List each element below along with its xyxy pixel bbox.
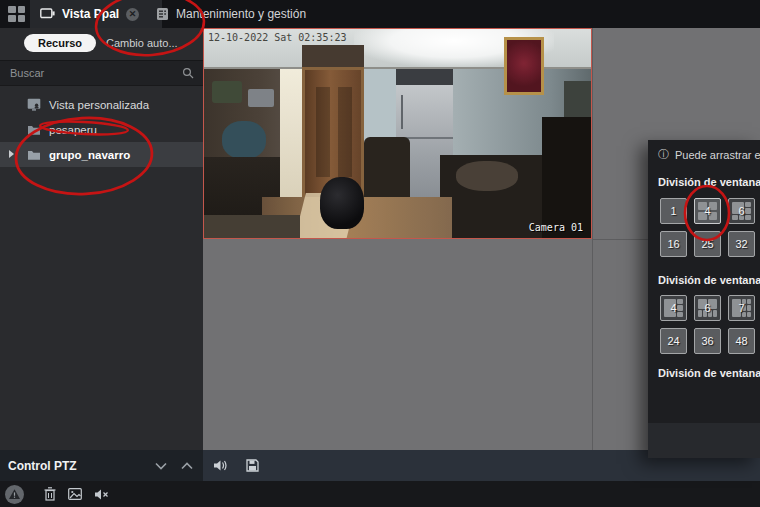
section-standard-title: División de ventana es: [658, 176, 760, 188]
division-button-25[interactable]: 25: [694, 231, 721, 257]
window-division-panel: ⓘ Puede arrastrar el División de ventana…: [648, 140, 760, 458]
chevron-down-icon[interactable]: [155, 462, 167, 470]
main-view-icon: [40, 8, 55, 20]
camera-name-label: Camera 01: [529, 222, 583, 233]
tree-item-vista-personalizada[interactable]: Vista personalizada: [0, 92, 203, 117]
maintenance-icon: [156, 7, 169, 21]
video-timestamp: 12-10-2022 Sat 02:35:23: [208, 32, 346, 43]
info-icon: ⓘ: [658, 147, 669, 162]
trash-icon[interactable]: [44, 487, 56, 501]
division-button-w4[interactable]: 4: [660, 295, 687, 321]
video-cell-1[interactable]: 12-10-2022 Sat 02:35:23 Camera 01: [203, 28, 592, 239]
division-button-32[interactable]: 32: [728, 231, 755, 257]
search-icon: [182, 67, 194, 79]
tab-vista-ppal[interactable]: Vista Ppal ✕: [30, 0, 162, 28]
folder-icon: [27, 149, 41, 161]
search-placeholder: Buscar: [10, 67, 182, 79]
division-button-16[interactable]: 16: [660, 231, 687, 257]
division-button-1[interactable]: 1: [660, 198, 687, 224]
chevron-up-icon[interactable]: [181, 462, 193, 470]
division-button-24[interactable]: 24: [660, 328, 687, 354]
drag-hint: ⓘ Puede arrastrar el: [658, 147, 760, 162]
ptz-panel-header[interactable]: Control PTZ: [0, 450, 203, 481]
tree-item-grupo-navarro[interactable]: grupo_navarro: [0, 142, 203, 167]
custom-view-icon: [27, 98, 41, 111]
division-button-48[interactable]: 48: [728, 328, 755, 354]
tab-label: Vista Ppal: [62, 7, 119, 21]
division-button-w6[interactable]: 6: [694, 295, 721, 321]
hint-text: Puede arrastrar el: [675, 149, 760, 161]
tree-item-label: Vista personalizada: [49, 99, 149, 111]
bottom-status-bar: [0, 481, 760, 507]
image-icon[interactable]: [68, 488, 82, 500]
resource-tree: Vista personalizada pesaperu grupo_navar…: [0, 92, 203, 167]
section-wide-title: División de ventana an: [658, 274, 760, 286]
speaker-icon[interactable]: [213, 459, 228, 472]
tree-item-label: pesaperu: [49, 124, 97, 136]
top-bar: Vista Ppal ✕ Mantenimiento y gestión: [0, 0, 760, 28]
tab-mantenimiento[interactable]: Mantenimiento y gestión: [146, 0, 316, 28]
panel-footer: [648, 423, 760, 458]
close-icon[interactable]: ✕: [126, 8, 139, 21]
resource-sidebar: Recurso Cambio auto... Buscar Vista pers…: [0, 28, 203, 450]
app-window: Vista Ppal ✕ Mantenimiento y gestión Rec…: [0, 0, 760, 507]
expand-arrow-icon[interactable]: [9, 150, 14, 158]
tab-cambio-auto[interactable]: Cambio auto...: [106, 37, 178, 49]
speaker-muted-icon[interactable]: [94, 488, 110, 501]
search-input[interactable]: Buscar: [0, 60, 203, 86]
save-icon[interactable]: [246, 459, 259, 472]
tree-item-pesaperu[interactable]: pesaperu: [0, 117, 203, 142]
section-custom-title: División de ventana pe: [658, 367, 760, 379]
division-button-6[interactable]: 6: [728, 198, 755, 224]
division-button-36[interactable]: 36: [694, 328, 721, 354]
folder-icon: [27, 124, 41, 136]
ptz-label: Control PTZ: [8, 459, 155, 473]
camera-feed: [204, 29, 591, 238]
division-button-4[interactable]: 4: [694, 198, 721, 224]
tree-item-label: grupo_navarro: [49, 149, 130, 161]
sidebar-tabs: Recurso Cambio auto...: [0, 28, 203, 58]
alarm-icon[interactable]: [5, 485, 24, 504]
tab-recurso[interactable]: Recurso: [24, 34, 96, 52]
app-menu-button[interactable]: [8, 6, 25, 22]
division-button-w7[interactable]: 7: [728, 295, 755, 321]
tab-label: Mantenimiento y gestión: [176, 7, 306, 21]
